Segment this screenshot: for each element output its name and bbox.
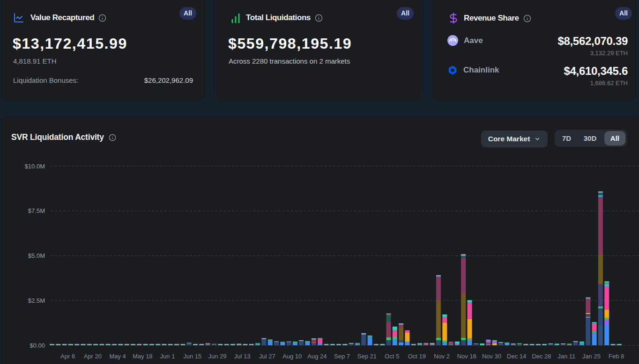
svg-text:Sep 7: Sep 7: [334, 353, 350, 360]
svg-text:$7.5M: $7.5M: [28, 207, 45, 214]
svg-text:Jun 29: Jun 29: [208, 353, 226, 360]
svg-text:Oct 5: Oct 5: [385, 353, 399, 360]
svg-text:Aug 24: Aug 24: [307, 353, 327, 360]
svg-text:Jun 1: Jun 1: [160, 353, 175, 360]
svg-text:Jul 27: Jul 27: [259, 353, 275, 360]
svg-text:Feb 8: Feb 8: [609, 353, 624, 360]
svg-text:$5.0M: $5.0M: [28, 252, 45, 259]
svg-text:$0.00: $0.00: [30, 342, 45, 349]
svg-text:$10.0M: $10.0M: [25, 163, 45, 170]
svg-text:Oct 19: Oct 19: [408, 353, 426, 360]
svg-text:Sep 21: Sep 21: [357, 353, 377, 360]
svg-text:Dec 14: Dec 14: [507, 353, 526, 360]
svg-text:May 18: May 18: [133, 353, 153, 360]
svg-text:Jan 11: Jan 11: [557, 353, 575, 360]
svg-text:$2.5M: $2.5M: [28, 297, 45, 304]
svg-text:Nov 30: Nov 30: [482, 353, 501, 360]
svg-text:Apr 6: Apr 6: [60, 353, 75, 360]
svg-text:Jan 25: Jan 25: [582, 353, 601, 360]
svg-text:Apr 20: Apr 20: [84, 353, 102, 360]
svg-text:Aug 10: Aug 10: [282, 353, 302, 360]
svg-text:Jul 13: Jul 13: [234, 353, 251, 360]
svg-text:May 4: May 4: [109, 353, 126, 360]
svg-text:Nov 2: Nov 2: [434, 353, 450, 360]
svg-text:Jun 15: Jun 15: [183, 353, 201, 360]
svg-text:Nov 16: Nov 16: [457, 353, 476, 360]
svg-text:Dec 28: Dec 28: [532, 353, 551, 360]
